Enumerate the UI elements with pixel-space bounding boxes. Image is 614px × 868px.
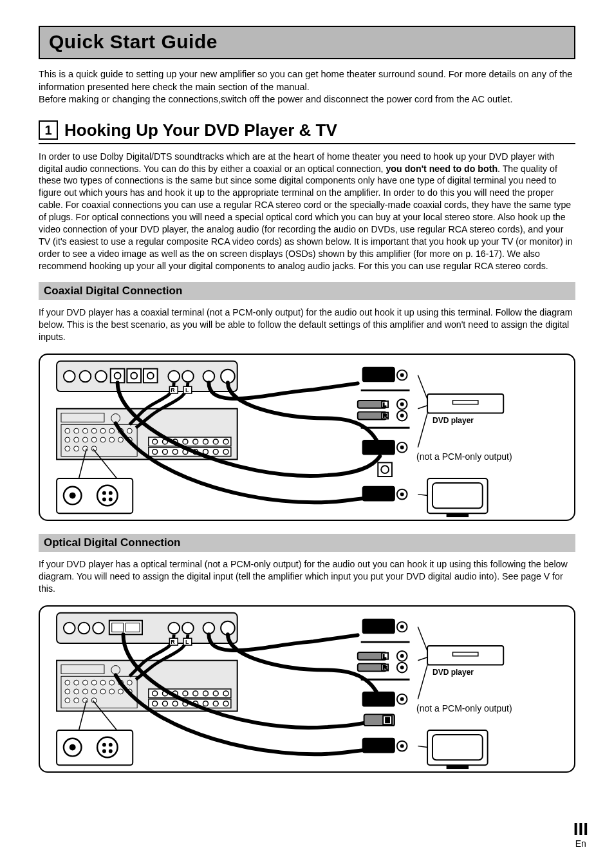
- svg-point-139: [213, 691, 218, 696]
- svg-point-115: [100, 680, 106, 685]
- section-1-body-bold: you don't need to do both: [386, 164, 498, 174]
- section-number-box: 1: [39, 120, 58, 140]
- svg-point-36: [82, 446, 88, 451]
- svg-rect-174: [363, 692, 395, 706]
- svg-point-137: [193, 691, 198, 696]
- svg-point-128: [74, 697, 79, 703]
- svg-point-125: [118, 689, 124, 694]
- svg-point-129: [82, 697, 88, 703]
- svg-text:R: R: [171, 387, 175, 393]
- svg-text:L: L: [383, 653, 386, 659]
- svg-point-136: [183, 691, 188, 696]
- svg-point-104: [182, 622, 194, 634]
- svg-point-30: [100, 437, 106, 442]
- svg-rect-6: [127, 369, 141, 383]
- optical-heading: Optical Digital Connection: [39, 534, 575, 552]
- svg-point-25: [127, 428, 132, 433]
- svg-rect-188: [433, 735, 483, 760]
- svg-point-105: [203, 622, 215, 634]
- svg-rect-81: [363, 440, 395, 455]
- svg-point-98: [79, 622, 90, 634]
- svg-point-3: [95, 371, 107, 382]
- svg-point-27: [74, 437, 79, 442]
- svg-point-53: [203, 449, 209, 455]
- svg-point-88: [401, 493, 404, 496]
- svg-point-22: [100, 428, 106, 433]
- svg-point-138: [203, 691, 209, 696]
- svg-rect-179: [386, 717, 389, 722]
- svg-point-60: [102, 491, 106, 495]
- svg-point-11: [182, 371, 194, 382]
- svg-point-124: [109, 689, 115, 694]
- svg-rect-95: [447, 513, 469, 517]
- svg-point-63: [109, 498, 113, 502]
- svg-point-146: [203, 701, 209, 706]
- svg-point-62: [102, 498, 106, 502]
- svg-point-113: [82, 680, 88, 685]
- intro-text-1: This is a quick guide to setting up your…: [39, 69, 572, 92]
- svg-point-111: [65, 680, 70, 685]
- svg-rect-68: [363, 368, 395, 382]
- svg-point-45: [203, 439, 209, 444]
- page-lang: En: [573, 838, 588, 849]
- svg-point-127: [65, 697, 70, 703]
- svg-point-155: [102, 749, 106, 753]
- svg-point-19: [74, 428, 79, 433]
- section-1-body: In order to use Dolby Digital/DTS soundt…: [39, 151, 575, 272]
- svg-point-23: [109, 428, 115, 433]
- svg-point-83: [401, 446, 404, 449]
- coaxial-pcm-note: (not a PCM-only output): [416, 451, 512, 462]
- svg-point-59: [97, 486, 118, 506]
- svg-point-143: [172, 701, 178, 706]
- svg-rect-180: [363, 738, 395, 752]
- svg-point-46: [213, 439, 218, 444]
- svg-point-55: [223, 449, 228, 455]
- svg-rect-161: [363, 619, 395, 633]
- svg-point-49: [163, 449, 168, 455]
- svg-point-29: [91, 437, 97, 442]
- svg-point-176: [401, 697, 404, 700]
- svg-point-21: [91, 428, 97, 433]
- svg-point-40: [153, 439, 158, 444]
- svg-point-123: [100, 689, 106, 694]
- svg-text:R: R: [383, 413, 387, 419]
- coaxial-dvd-label: DVD player: [433, 416, 474, 425]
- optical-diagram-svg: R L L R: [40, 607, 574, 771]
- svg-point-173: [401, 666, 404, 668]
- svg-point-54: [213, 449, 218, 455]
- section-1-header: 1 Hooking Up Your DVD Player & TV: [39, 120, 575, 144]
- coaxial-body: If your DVD player has a coaxial termina…: [39, 307, 575, 343]
- svg-point-58: [70, 493, 76, 499]
- page-title-box: Quick Start Guide: [39, 26, 575, 59]
- svg-point-2: [80, 371, 91, 382]
- optical-diagram: R L L R DVD player (no: [39, 605, 575, 773]
- svg-point-156: [109, 749, 113, 753]
- svg-point-80: [401, 415, 404, 417]
- svg-point-133: [153, 691, 158, 696]
- svg-rect-94: [433, 483, 483, 508]
- intro-text-2: Before making or changing the connection…: [39, 94, 512, 104]
- svg-point-140: [223, 691, 228, 696]
- svg-point-35: [74, 446, 79, 451]
- svg-point-151: [70, 744, 76, 750]
- svg-point-32: [118, 437, 124, 442]
- svg-point-147: [213, 701, 218, 706]
- svg-rect-185: [427, 646, 503, 665]
- optical-pcm-note: (not a PCM-only output): [416, 703, 512, 713]
- svg-text:R: R: [383, 665, 387, 670]
- svg-point-28: [82, 437, 88, 442]
- svg-text:L: L: [185, 639, 189, 645]
- svg-point-168: [401, 655, 404, 657]
- page-number: III En: [573, 820, 588, 849]
- svg-point-116: [109, 680, 115, 685]
- svg-point-43: [183, 439, 188, 444]
- svg-rect-91: [427, 394, 503, 413]
- svg-point-26: [65, 437, 70, 442]
- svg-point-31: [109, 437, 115, 442]
- svg-point-163: [401, 625, 404, 628]
- svg-point-50: [172, 449, 178, 455]
- svg-rect-189: [447, 765, 469, 769]
- section-1-body-post: . The quality of these two types of conn…: [39, 164, 573, 271]
- coaxial-diagram: R L L R DVD play: [39, 354, 575, 521]
- svg-point-44: [193, 439, 198, 444]
